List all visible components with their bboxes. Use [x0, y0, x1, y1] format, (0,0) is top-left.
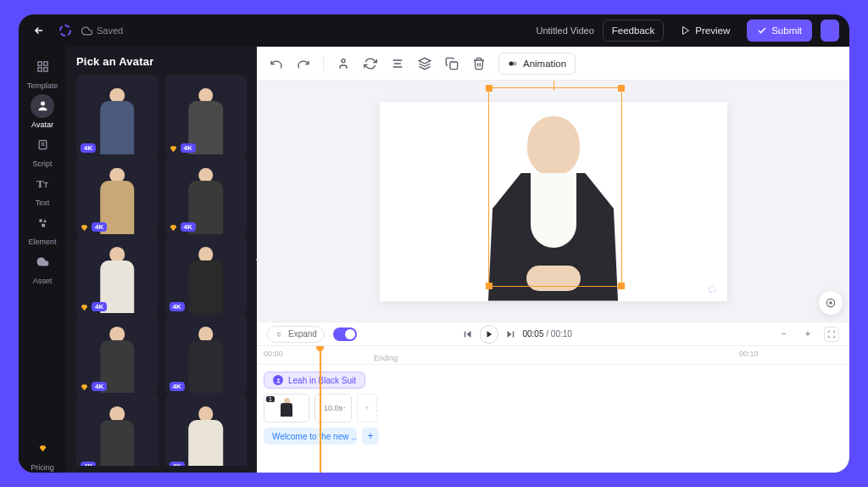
- playback-bar: Expand 00:05 / 00:10 − +: [257, 322, 849, 345]
- svg-marker-11: [43, 219, 47, 222]
- resolution-badge: 4K: [81, 462, 96, 466]
- svg-rect-4: [37, 68, 41, 71]
- avatar-panel: Pick an Avatar 4K4K4K4K4K4K4K4K4K4K: [66, 47, 257, 473]
- avatar-card[interactable]: 4K: [76, 234, 159, 316]
- copy-icon: [445, 57, 459, 70]
- maximize-icon: [827, 330, 836, 339]
- target-icon: [825, 297, 837, 309]
- playhead[interactable]: [320, 346, 321, 473]
- avatar-card[interactable]: 4K: [165, 313, 248, 395]
- sparkle-icon: [508, 59, 518, 69]
- check-icon: [757, 25, 767, 36]
- resolution-badge: 4K: [92, 382, 107, 391]
- redo-button[interactable]: [296, 56, 311, 71]
- undo-icon: [270, 57, 283, 70]
- play-button[interactable]: [480, 325, 498, 344]
- chevron-down-icon: [829, 26, 831, 35]
- editor-area: Animation: [257, 47, 849, 473]
- loop-toggle[interactable]: [333, 327, 357, 341]
- rail-item-text[interactable]: TT Text: [20, 171, 64, 208]
- cloud-icon: [81, 25, 92, 36]
- resolution-badge: 4K: [181, 143, 196, 153]
- align-button[interactable]: [390, 56, 405, 71]
- text-icon: TT: [36, 177, 48, 191]
- project-title[interactable]: Untitled Video: [536, 25, 593, 36]
- svg-rect-3: [43, 62, 47, 65]
- zoom-fit-button[interactable]: [824, 327, 839, 342]
- submit-button[interactable]: Submit: [747, 20, 812, 42]
- shapes-icon: [36, 216, 49, 229]
- zoom-out-button[interactable]: −: [776, 327, 792, 342]
- add-scene-button[interactable]: +: [357, 394, 377, 423]
- layers-button[interactable]: [417, 56, 432, 71]
- svg-point-29: [830, 302, 832, 304]
- zoom-fab-button[interactable]: [819, 291, 843, 315]
- avatar-card[interactable]: 4K: [76, 154, 159, 237]
- sidebar-rail: Template Avatar Script TT Text Element A…: [19, 47, 66, 473]
- diamond-icon: [39, 445, 47, 452]
- resolution-badge: 4K: [92, 222, 107, 232]
- timeline-ruler[interactable]: 00:00 Ending 00:10: [257, 346, 849, 365]
- add-script-button[interactable]: +: [362, 428, 379, 445]
- avatar-card[interactable]: 4K: [76, 393, 159, 466]
- avatar-card[interactable]: 4K: [165, 393, 248, 466]
- skip-forward-button[interactable]: [505, 329, 515, 339]
- premium-icon: [170, 224, 177, 232]
- avatar-card[interactable]: 4K: [76, 313, 159, 395]
- svg-marker-33: [508, 331, 512, 338]
- svg-marker-17: [81, 305, 88, 311]
- svg-rect-24: [450, 62, 458, 70]
- rail-item-element[interactable]: Element: [20, 210, 64, 247]
- avatar-card[interactable]: 4K: [76, 75, 159, 157]
- skip-back-button[interactable]: [463, 329, 473, 339]
- play-icon: [485, 330, 493, 339]
- svg-point-26: [513, 61, 517, 65]
- refresh-icon: [364, 57, 377, 70]
- scene-more-button[interactable]: ⋯: [334, 404, 349, 412]
- resolution-badge: 4K: [92, 302, 107, 311]
- resolution-badge: 4K: [81, 143, 96, 153]
- premium-icon: [81, 383, 88, 391]
- avatar-card[interactable]: 4K: [165, 75, 248, 157]
- resolution-badge: 4K: [170, 382, 185, 391]
- avatar-card[interactable]: 4K: [165, 234, 248, 316]
- rail-item-pricing[interactable]: Pricing: [20, 435, 64, 473]
- canvas-toolbar: Animation: [257, 47, 849, 81]
- svg-marker-14: [170, 146, 176, 152]
- scene-thumbnail[interactable]: 1: [264, 394, 309, 423]
- delete-button[interactable]: [471, 56, 487, 71]
- crop-avatar-button[interactable]: [336, 56, 351, 71]
- watermark: [707, 284, 717, 294]
- undo-button[interactable]: [269, 56, 284, 71]
- resolution-badge: 4K: [170, 462, 185, 466]
- svg-marker-16: [170, 225, 176, 231]
- premium-icon: [170, 145, 177, 153]
- feedback-button[interactable]: Feedback: [603, 20, 665, 42]
- rail-item-asset[interactable]: Asset: [20, 249, 64, 286]
- canvas[interactable]: [257, 81, 849, 322]
- preview-button[interactable]: Preview: [672, 20, 738, 42]
- avatar-card[interactable]: 4K: [165, 154, 248, 237]
- grid-icon: [36, 60, 49, 73]
- rail-item-script[interactable]: Script: [20, 132, 64, 169]
- avatar-grid[interactable]: 4K4K4K4K4K4K4K4K4K4K: [76, 75, 250, 466]
- script-chip[interactable]: Welcome to the new ...: [264, 428, 357, 445]
- svg-point-6: [41, 102, 45, 106]
- submit-dropdown-button[interactable]: [821, 20, 839, 42]
- svg-marker-30: [467, 331, 471, 338]
- back-button[interactable]: [29, 20, 49, 41]
- svg-rect-2: [37, 62, 41, 65]
- copy-button[interactable]: [444, 56, 459, 71]
- redo-icon: [297, 57, 310, 70]
- expand-toggle[interactable]: Expand: [267, 326, 325, 343]
- rail-item-template[interactable]: Template: [20, 53, 64, 91]
- svg-marker-1: [683, 27, 689, 35]
- animation-button[interactable]: Animation: [498, 53, 576, 75]
- timeline[interactable]: 00:00 Ending 00:10 Leah in Black Suit 1: [257, 345, 849, 473]
- replace-button[interactable]: [363, 56, 378, 71]
- scene-chip[interactable]: Leah in Black Suit: [264, 372, 365, 389]
- svg-marker-23: [419, 58, 430, 64]
- rail-item-avatar[interactable]: Avatar: [20, 92, 64, 130]
- selection-box[interactable]: [488, 87, 622, 287]
- zoom-in-button[interactable]: +: [800, 327, 815, 342]
